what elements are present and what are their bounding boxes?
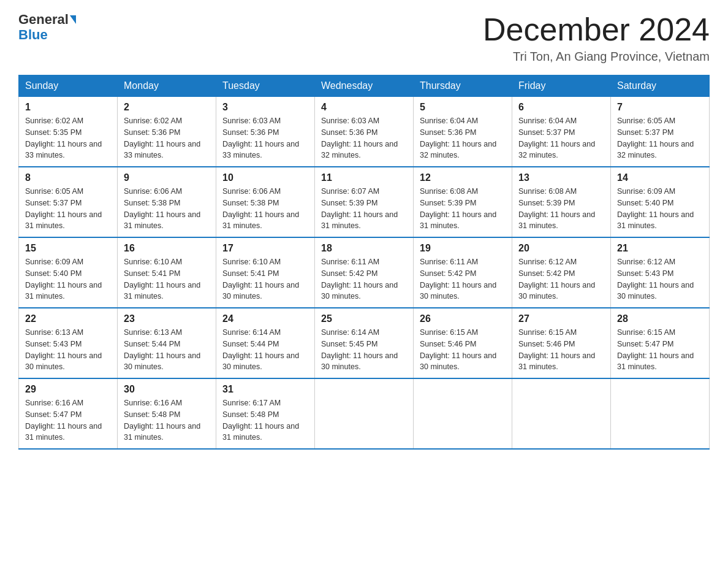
day-number: 30 xyxy=(124,384,210,395)
calendar-cell: 19Sunrise: 6:11 AMSunset: 5:42 PMDayligh… xyxy=(414,237,512,308)
day-info: Sunrise: 6:16 AMSunset: 5:47 PMDaylight:… xyxy=(25,397,111,443)
day-number: 26 xyxy=(420,313,506,324)
calendar-cell: 28Sunrise: 6:15 AMSunset: 5:47 PMDayligh… xyxy=(611,308,710,378)
calendar-cell: 5Sunrise: 6:04 AMSunset: 5:36 PMDaylight… xyxy=(414,97,512,167)
calendar-table: SundayMondayTuesdayWednesdayThursdayFrid… xyxy=(18,75,710,450)
day-number: 17 xyxy=(222,243,308,254)
calendar-cell: 9Sunrise: 6:06 AMSunset: 5:38 PMDaylight… xyxy=(118,167,216,237)
day-number: 14 xyxy=(617,172,703,183)
day-info: Sunrise: 6:04 AMSunset: 5:36 PMDaylight:… xyxy=(420,115,506,161)
day-number: 7 xyxy=(617,102,703,113)
calendar-cell: 3Sunrise: 6:03 AMSunset: 5:36 PMDaylight… xyxy=(216,97,315,167)
calendar-cell: 25Sunrise: 6:14 AMSunset: 5:45 PMDayligh… xyxy=(315,308,414,378)
day-number: 23 xyxy=(124,313,210,324)
calendar-cell: 16Sunrise: 6:10 AMSunset: 5:41 PMDayligh… xyxy=(118,237,216,308)
day-number: 19 xyxy=(420,243,506,254)
day-info: Sunrise: 6:06 AMSunset: 5:38 PMDaylight:… xyxy=(124,186,210,232)
day-info: Sunrise: 6:08 AMSunset: 5:39 PMDaylight:… xyxy=(420,186,506,232)
calendar-cell: 1Sunrise: 6:02 AMSunset: 5:35 PMDaylight… xyxy=(19,97,118,167)
calendar-cell: 15Sunrise: 6:09 AMSunset: 5:40 PMDayligh… xyxy=(19,237,118,308)
calendar-body: 1Sunrise: 6:02 AMSunset: 5:35 PMDaylight… xyxy=(19,97,710,450)
day-number: 21 xyxy=(617,243,703,254)
day-info: Sunrise: 6:13 AMSunset: 5:43 PMDaylight:… xyxy=(25,327,111,373)
day-number: 12 xyxy=(420,172,506,183)
day-info: Sunrise: 6:02 AMSunset: 5:35 PMDaylight:… xyxy=(25,115,111,161)
day-number: 10 xyxy=(222,172,308,183)
week-row-2: 8Sunrise: 6:05 AMSunset: 5:37 PMDaylight… xyxy=(19,167,710,237)
calendar-cell: 27Sunrise: 6:15 AMSunset: 5:46 PMDayligh… xyxy=(512,308,611,378)
calendar-cell: 18Sunrise: 6:11 AMSunset: 5:42 PMDayligh… xyxy=(315,237,414,308)
week-row-4: 22Sunrise: 6:13 AMSunset: 5:43 PMDayligh… xyxy=(19,308,710,378)
day-info: Sunrise: 6:15 AMSunset: 5:46 PMDaylight:… xyxy=(518,327,604,373)
day-header-saturday: Saturday xyxy=(611,75,710,97)
day-number: 31 xyxy=(222,384,308,395)
day-info: Sunrise: 6:10 AMSunset: 5:41 PMDaylight:… xyxy=(222,256,308,302)
day-info: Sunrise: 6:05 AMSunset: 5:37 PMDaylight:… xyxy=(617,115,703,161)
calendar-cell xyxy=(512,378,611,449)
day-info: Sunrise: 6:10 AMSunset: 5:41 PMDaylight:… xyxy=(124,256,210,302)
calendar-cell: 10Sunrise: 6:06 AMSunset: 5:38 PMDayligh… xyxy=(216,167,315,237)
day-info: Sunrise: 6:07 AMSunset: 5:39 PMDaylight:… xyxy=(321,186,407,232)
calendar-cell: 22Sunrise: 6:13 AMSunset: 5:43 PMDayligh… xyxy=(19,308,118,378)
day-number: 8 xyxy=(25,172,111,183)
day-number: 13 xyxy=(518,172,604,183)
day-number: 24 xyxy=(222,313,308,324)
calendar-cell xyxy=(611,378,710,449)
day-header-tuesday: Tuesday xyxy=(216,75,315,97)
day-info: Sunrise: 6:03 AMSunset: 5:36 PMDaylight:… xyxy=(222,115,308,161)
day-number: 6 xyxy=(518,102,604,113)
day-header-friday: Friday xyxy=(512,75,611,97)
calendar-cell: 23Sunrise: 6:13 AMSunset: 5:44 PMDayligh… xyxy=(118,308,216,378)
day-info: Sunrise: 6:08 AMSunset: 5:39 PMDaylight:… xyxy=(518,186,604,232)
day-info: Sunrise: 6:14 AMSunset: 5:45 PMDaylight:… xyxy=(321,327,407,373)
week-row-1: 1Sunrise: 6:02 AMSunset: 5:35 PMDaylight… xyxy=(19,97,710,167)
day-number: 22 xyxy=(25,313,111,324)
day-number: 4 xyxy=(321,102,407,113)
calendar-cell: 24Sunrise: 6:14 AMSunset: 5:44 PMDayligh… xyxy=(216,308,315,378)
day-info: Sunrise: 6:13 AMSunset: 5:44 PMDaylight:… xyxy=(124,327,210,373)
calendar-cell: 7Sunrise: 6:05 AMSunset: 5:37 PMDaylight… xyxy=(611,97,710,167)
day-header-thursday: Thursday xyxy=(414,75,512,97)
logo-general: General xyxy=(18,12,69,27)
month-title: December 2024 xyxy=(483,12,710,47)
day-info: Sunrise: 6:15 AMSunset: 5:46 PMDaylight:… xyxy=(420,327,506,373)
logo-blue: Blue xyxy=(18,27,48,43)
calendar-cell: 2Sunrise: 6:02 AMSunset: 5:36 PMDaylight… xyxy=(118,97,216,167)
page-header: General Blue December 2024 Tri Ton, An G… xyxy=(18,12,710,64)
calendar-cell xyxy=(315,378,414,449)
calendar-header: SundayMondayTuesdayWednesdayThursdayFrid… xyxy=(19,75,710,97)
day-number: 3 xyxy=(222,102,308,113)
day-header-wednesday: Wednesday xyxy=(315,75,414,97)
day-number: 27 xyxy=(518,313,604,324)
day-info: Sunrise: 6:12 AMSunset: 5:42 PMDaylight:… xyxy=(518,256,604,302)
day-info: Sunrise: 6:03 AMSunset: 5:36 PMDaylight:… xyxy=(321,115,407,161)
day-info: Sunrise: 6:15 AMSunset: 5:47 PMDaylight:… xyxy=(617,327,703,373)
calendar-cell: 30Sunrise: 6:16 AMSunset: 5:48 PMDayligh… xyxy=(118,378,216,449)
week-row-5: 29Sunrise: 6:16 AMSunset: 5:47 PMDayligh… xyxy=(19,378,710,449)
day-number: 25 xyxy=(321,313,407,324)
day-info: Sunrise: 6:09 AMSunset: 5:40 PMDaylight:… xyxy=(25,256,111,302)
day-info: Sunrise: 6:17 AMSunset: 5:48 PMDaylight:… xyxy=(222,397,308,443)
day-number: 18 xyxy=(321,243,407,254)
day-number: 15 xyxy=(25,243,111,254)
day-header-monday: Monday xyxy=(118,75,216,97)
calendar-cell: 20Sunrise: 6:12 AMSunset: 5:42 PMDayligh… xyxy=(512,237,611,308)
calendar-cell xyxy=(414,378,512,449)
day-info: Sunrise: 6:16 AMSunset: 5:48 PMDaylight:… xyxy=(124,397,210,443)
day-number: 16 xyxy=(124,243,210,254)
title-block: December 2024 Tri Ton, An Giang Province… xyxy=(483,12,710,64)
calendar-cell: 11Sunrise: 6:07 AMSunset: 5:39 PMDayligh… xyxy=(315,167,414,237)
logo: General Blue xyxy=(18,12,76,43)
day-number: 5 xyxy=(420,102,506,113)
calendar-cell: 12Sunrise: 6:08 AMSunset: 5:39 PMDayligh… xyxy=(414,167,512,237)
day-header-row: SundayMondayTuesdayWednesdayThursdayFrid… xyxy=(19,75,710,97)
day-header-sunday: Sunday xyxy=(19,75,118,97)
day-info: Sunrise: 6:02 AMSunset: 5:36 PMDaylight:… xyxy=(124,115,210,161)
logo-arrow-icon xyxy=(70,15,76,24)
day-number: 29 xyxy=(25,384,111,395)
calendar-cell: 17Sunrise: 6:10 AMSunset: 5:41 PMDayligh… xyxy=(216,237,315,308)
day-number: 2 xyxy=(124,102,210,113)
calendar-cell: 13Sunrise: 6:08 AMSunset: 5:39 PMDayligh… xyxy=(512,167,611,237)
calendar-cell: 29Sunrise: 6:16 AMSunset: 5:47 PMDayligh… xyxy=(19,378,118,449)
day-info: Sunrise: 6:14 AMSunset: 5:44 PMDaylight:… xyxy=(222,327,308,373)
